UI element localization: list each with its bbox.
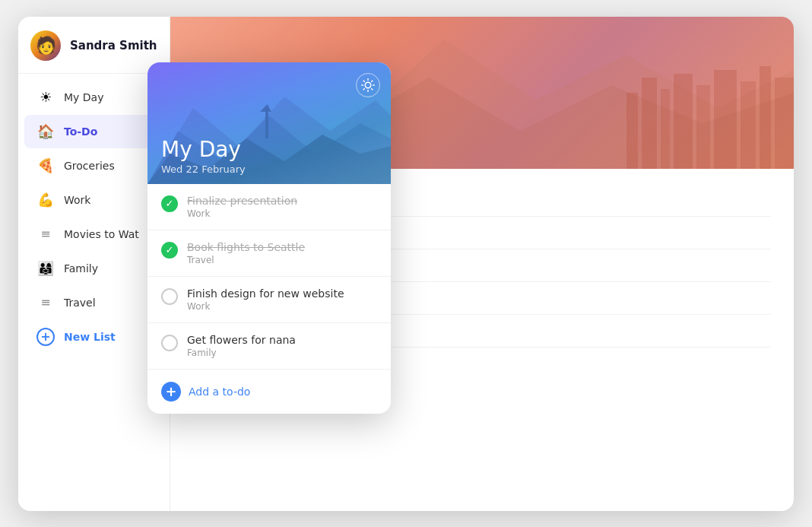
task-list-3: Work <box>187 301 377 312</box>
sidebar-item-family[interactable]: 👨‍👩‍👧 Family <box>24 252 163 285</box>
sidebar-label-work: Work <box>64 194 90 206</box>
sidebar-item-groceries[interactable]: 🍕 Groceries <box>24 149 163 183</box>
svg-marker-15 <box>260 104 271 112</box>
travel-icon: ≡ <box>36 294 55 312</box>
sidebar-label-travel: Travel <box>64 297 96 309</box>
myday-header: My Day Wed 22 February <box>147 62 391 184</box>
svg-rect-6 <box>696 85 710 169</box>
sidebar-label-to-do: To-Do <box>64 125 97 138</box>
app-container: 🧑 Sandra Smith ☀️ My Day 🏠 To-Do 🍕 Groce… <box>18 17 794 511</box>
avatar: 🧑 <box>30 30 61 61</box>
task-check-1[interactable] <box>161 195 178 212</box>
myday-date: Wed 22 February <box>161 163 377 175</box>
task-check-4[interactable] <box>161 335 178 351</box>
task-check-3[interactable] <box>161 288 178 305</box>
sidebar-label-family: Family <box>64 262 98 275</box>
add-todo-label: Add a to-do <box>189 386 250 398</box>
task-info-3: Finish design for new website Work <box>187 287 377 312</box>
task-name-3: Finish design for new website <box>187 287 377 300</box>
to-do-icon: 🏠 <box>36 122 55 141</box>
task-check-2[interactable] <box>161 242 178 259</box>
task-list-1: Work <box>187 208 377 219</box>
sidebar-label-my-day: My Day <box>64 91 103 103</box>
task-list-2: Travel <box>187 255 377 265</box>
task-name-2: Book flights to Seattle <box>187 241 377 253</box>
svg-line-24 <box>372 81 373 81</box>
task-info-1: Finalize presentation Work <box>187 195 377 219</box>
avatar-emoji: 🧑 <box>36 37 56 54</box>
task-info-2: Book flights to Seattle Travel <box>187 241 377 265</box>
svg-rect-5 <box>674 74 693 169</box>
myday-card: My Day Wed 22 February Finalize presenta… <box>147 62 391 414</box>
svg-rect-9 <box>760 66 771 169</box>
work-icon: 💪 <box>36 191 55 209</box>
svg-rect-7 <box>714 70 737 169</box>
groceries-icon: 🍕 <box>36 157 55 175</box>
family-icon: 👨‍👩‍👧 <box>36 259 55 278</box>
task-name-4: Get flowers for nana <box>187 334 377 346</box>
svg-rect-3 <box>642 78 657 169</box>
card-tasks-list: Finalize presentation Work Book flights … <box>147 184 391 370</box>
sidebar-label-movies: Movies to Wat <box>64 228 139 240</box>
sidebar-item-to-do[interactable]: 🏠 To-Do <box>24 115 163 148</box>
svg-rect-2 <box>626 93 638 169</box>
svg-rect-8 <box>741 81 756 169</box>
sidebar-item-work[interactable]: 💪 Work <box>24 183 163 217</box>
add-todo-plus-icon: + <box>161 382 181 402</box>
svg-rect-10 <box>775 78 794 169</box>
sidebar-item-travel[interactable]: ≡ Travel <box>24 286 163 319</box>
myday-title: My Day <box>161 138 377 162</box>
sidebar-item-movies[interactable]: ≡ Movies to Wat <box>24 217 163 251</box>
task-item-4[interactable]: Get flowers for nana Family <box>147 323 391 370</box>
svg-rect-4 <box>661 89 670 169</box>
task-list-4: Family <box>187 348 377 358</box>
sidebar-item-my-day[interactable]: ☀️ My Day <box>24 81 163 114</box>
username: Sandra Smith <box>70 39 157 52</box>
task-info-4: Get flowers for nana Family <box>187 334 377 358</box>
task-item-1[interactable]: Finalize presentation Work <box>147 184 391 230</box>
svg-line-20 <box>372 88 373 89</box>
svg-line-19 <box>363 81 364 81</box>
svg-rect-14 <box>265 108 268 138</box>
my-day-icon: ☀️ <box>36 88 55 106</box>
sidebar-label-groceries: Groceries <box>64 160 115 172</box>
suggestions-button[interactable] <box>356 73 380 97</box>
sidebar-label-new-list: New List <box>64 331 116 343</box>
task-item-2[interactable]: Book flights to Seattle Travel <box>147 230 391 277</box>
sidebar-item-new-list[interactable]: + New List <box>24 320 163 354</box>
task-item-3[interactable]: Finish design for new website Work <box>147 277 391 323</box>
add-todo-row[interactable]: + Add a to-do <box>147 370 391 414</box>
task-name-1: Finalize presentation <box>187 195 377 207</box>
movies-icon: ≡ <box>36 225 55 243</box>
svg-line-23 <box>363 88 364 89</box>
new-list-plus-icon: + <box>36 328 55 346</box>
svg-point-16 <box>365 82 371 88</box>
